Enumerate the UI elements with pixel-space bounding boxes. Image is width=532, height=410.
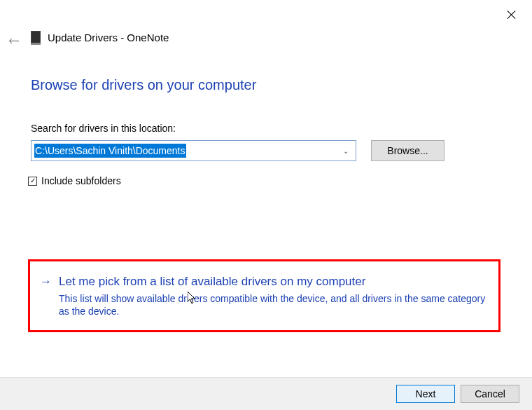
chevron-down-icon[interactable]: ⌄ [343,147,353,155]
arrow-right-icon: → [40,274,52,289]
page-heading: Browse for drivers on your computer [31,77,256,93]
back-arrow-icon[interactable]: 🡐 [8,35,20,48]
pick-from-list-description: This list will show available drivers co… [59,292,486,317]
pick-from-list-option[interactable]: → Let me pick from a list of available d… [28,259,500,332]
button-bar: Next Cancel [0,377,532,410]
search-location-label: Search for drivers in this location: [31,123,176,134]
include-subfolders-row: ✓ Include subfolders [28,175,121,186]
close-icon[interactable] [507,10,517,20]
search-path-combobox[interactable]: C:\Users\Sachin Vinith\Documents ⌄ [31,140,356,161]
search-path-value: C:\Users\Sachin Vinith\Documents [34,144,186,158]
include-subfolders-label: Include subfolders [41,175,121,186]
next-button[interactable]: Next [396,385,455,403]
window-title-row: Update Drivers - OneNote [31,31,169,43]
cancel-button[interactable]: Cancel [461,385,519,403]
browse-button[interactable]: Browse... [371,140,444,161]
pick-from-list-title[interactable]: Let me pick from a list of available dri… [59,274,365,289]
window-title: Update Drivers - OneNote [48,32,169,43]
device-icon [31,31,41,43]
include-subfolders-checkbox[interactable]: ✓ [28,177,37,186]
